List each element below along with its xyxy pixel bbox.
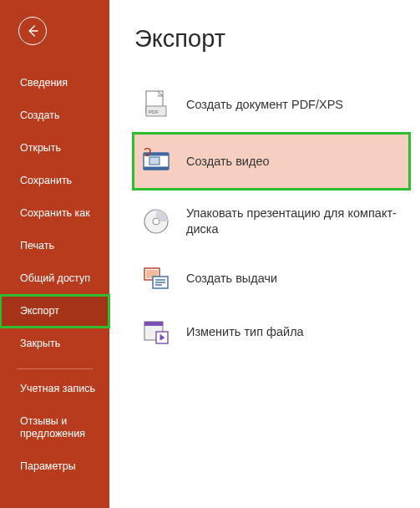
nav-label: Сохранить [20, 175, 72, 186]
pdf-document-icon: PDF [141, 89, 171, 119]
nav-item-info[interactable]: Сведения [0, 67, 109, 99]
nav-item-save-as[interactable]: Сохранить как [0, 197, 109, 230]
svg-rect-18 [144, 322, 163, 326]
export-option-label: Создать видео [186, 154, 270, 170]
nav-label: Закрыть [20, 338, 60, 349]
back-button[interactable] [18, 17, 47, 45]
nav-item-account[interactable]: Учетная запись [0, 373, 109, 405]
arrow-left-icon [25, 23, 40, 38]
change-file-type-icon [141, 317, 171, 347]
nav-label: Создать [20, 109, 60, 121]
export-option-package-cd[interactable]: Упаковать презентацию для компакт-диска [134, 195, 408, 248]
svg-rect-7 [149, 157, 159, 165]
nav-label: Печать [20, 240, 54, 251]
nav-item-new[interactable]: Создать [0, 99, 109, 132]
nav-item-share[interactable]: Общий доступ [0, 262, 109, 295]
export-option-label: Создать выдачи [186, 271, 277, 287]
svg-rect-6 [144, 167, 169, 170]
page-title: Экспорт [134, 25, 408, 53]
nav-label: Общий доступ [20, 272, 90, 284]
sidebar-divider [17, 368, 93, 369]
nav-item-options[interactable]: Параметры [0, 450, 109, 483]
main-content: Экспорт PDF Создать документ PDF/XPS [109, 0, 420, 508]
export-option-pdf-xps[interactable]: PDF Создать документ PDF/XPS [134, 81, 408, 128]
cd-disc-icon [141, 206, 171, 236]
export-option-change-file-type[interactable]: Изменить тип файла [134, 308, 408, 355]
video-icon [141, 146, 171, 176]
nav-label: Сведения [20, 77, 68, 89]
nav-label: Отзывы и предложения [20, 415, 85, 439]
svg-text:PDF: PDF [149, 109, 159, 114]
sidebar: Сведения Создать Открыть Сохранить Сохра… [0, 0, 109, 508]
nav-primary: Сведения Создать Открыть Сохранить Сохра… [0, 67, 109, 360]
nav-label: Экспорт [20, 305, 59, 317]
nav-item-feedback[interactable]: Отзывы и предложения [0, 405, 109, 450]
export-option-handouts[interactable]: Создать выдачи [134, 255, 408, 302]
nav-item-export[interactable]: Экспорт [0, 295, 109, 328]
svg-point-10 [153, 218, 159, 225]
nav-item-print[interactable]: Печать [0, 230, 109, 262]
export-option-label: Упаковать презентацию для компакт-диска [186, 206, 402, 237]
handouts-icon [141, 263, 171, 293]
nav-label: Открыть [20, 142, 61, 154]
nav-label: Сохранить как [20, 207, 90, 219]
export-option-label: Создать документ PDF/XPS [186, 97, 343, 113]
nav-footer: Учетная запись Отзывы и предложения Пара… [0, 373, 109, 483]
nav-item-open[interactable]: Открыть [0, 132, 109, 165]
nav-item-save[interactable]: Сохранить [0, 165, 109, 197]
export-option-video[interactable]: Создать видео [134, 135, 408, 188]
export-option-label: Изменить тип файла [186, 324, 304, 340]
nav-item-close[interactable]: Закрыть [0, 328, 109, 360]
nav-label: Параметры [20, 460, 76, 472]
nav-label: Учетная запись [20, 383, 95, 394]
